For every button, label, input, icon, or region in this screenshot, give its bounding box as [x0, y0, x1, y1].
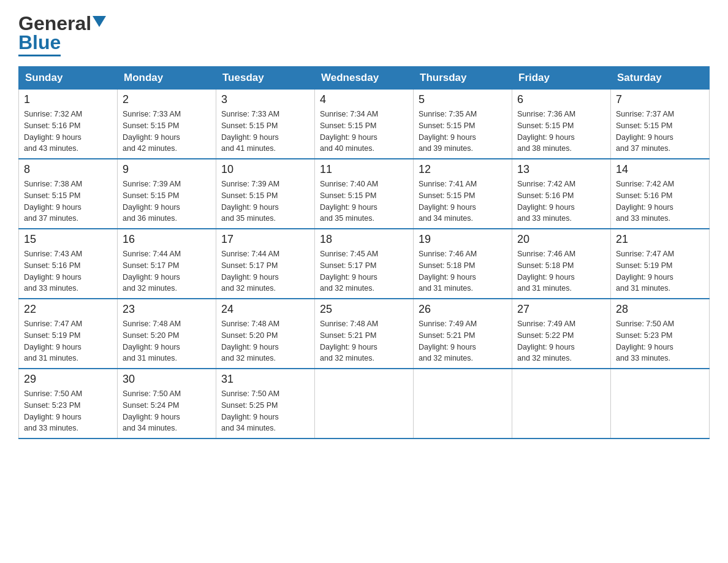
- day-number: 19: [419, 233, 507, 246]
- day-number: 20: [517, 233, 605, 246]
- day-number: 30: [123, 373, 211, 386]
- day-info: Sunrise: 7:39 AM Sunset: 5:15 PM Dayligh…: [221, 178, 309, 224]
- day-info: Sunrise: 7:45 AM Sunset: 5:17 PM Dayligh…: [320, 248, 408, 294]
- day-number: 5: [419, 93, 507, 106]
- logo: General Blue: [18, 12, 106, 56]
- day-info: Sunrise: 7:50 AM Sunset: 5:23 PM Dayligh…: [24, 388, 112, 434]
- day-cell: 12 Sunrise: 7:41 AM Sunset: 5:15 PM Dayl…: [414, 159, 512, 229]
- week-row-4: 22 Sunrise: 7:47 AM Sunset: 5:19 PM Dayl…: [19, 299, 710, 369]
- day-info: Sunrise: 7:32 AM Sunset: 5:16 PM Dayligh…: [24, 109, 112, 155]
- day-number: 8: [24, 163, 112, 176]
- day-info: Sunrise: 7:39 AM Sunset: 5:15 PM Dayligh…: [123, 178, 211, 224]
- day-number: 9: [123, 163, 211, 176]
- header-wednesday: Wednesday: [315, 67, 414, 90]
- day-info: Sunrise: 7:41 AM Sunset: 5:15 PM Dayligh…: [419, 178, 507, 224]
- day-info: Sunrise: 7:49 AM Sunset: 5:22 PM Dayligh…: [517, 318, 605, 364]
- day-cell: 23 Sunrise: 7:48 AM Sunset: 5:20 PM Dayl…: [118, 299, 216, 369]
- day-cell: 31 Sunrise: 7:50 AM Sunset: 5:25 PM Dayl…: [216, 369, 315, 439]
- day-number: 16: [123, 233, 211, 246]
- day-number: 17: [221, 233, 309, 246]
- day-cell: 5 Sunrise: 7:35 AM Sunset: 5:15 PM Dayli…: [414, 90, 512, 159]
- day-info: Sunrise: 7:47 AM Sunset: 5:19 PM Dayligh…: [616, 248, 704, 294]
- day-info: Sunrise: 7:40 AM Sunset: 5:15 PM Dayligh…: [320, 178, 408, 224]
- day-cell: 8 Sunrise: 7:38 AM Sunset: 5:15 PM Dayli…: [19, 159, 118, 229]
- day-number: 15: [24, 233, 112, 246]
- day-number: 12: [419, 163, 507, 176]
- header-sunday: Sunday: [19, 67, 118, 90]
- day-info: Sunrise: 7:38 AM Sunset: 5:15 PM Dayligh…: [24, 178, 112, 224]
- day-number: 2: [123, 93, 211, 106]
- day-number: 24: [221, 303, 309, 316]
- day-cell: 30 Sunrise: 7:50 AM Sunset: 5:24 PM Dayl…: [118, 369, 216, 439]
- day-info: Sunrise: 7:48 AM Sunset: 5:20 PM Dayligh…: [221, 318, 309, 364]
- day-number: 10: [221, 163, 309, 176]
- day-cell: [414, 369, 512, 439]
- day-cell: 29 Sunrise: 7:50 AM Sunset: 5:23 PM Dayl…: [19, 369, 118, 439]
- week-row-2: 8 Sunrise: 7:38 AM Sunset: 5:15 PM Dayli…: [19, 159, 710, 229]
- day-cell: 21 Sunrise: 7:47 AM Sunset: 5:19 PM Dayl…: [611, 229, 710, 299]
- day-number: 27: [517, 303, 605, 316]
- week-row-1: 1 Sunrise: 7:32 AM Sunset: 5:16 PM Dayli…: [19, 90, 710, 159]
- day-info: Sunrise: 7:44 AM Sunset: 5:17 PM Dayligh…: [221, 248, 309, 294]
- day-cell: 9 Sunrise: 7:39 AM Sunset: 5:15 PM Dayli…: [118, 159, 216, 229]
- calendar-table: SundayMondayTuesdayWednesdayThursdayFrid…: [18, 66, 710, 439]
- day-info: Sunrise: 7:36 AM Sunset: 5:15 PM Dayligh…: [517, 109, 605, 155]
- day-cell: 14 Sunrise: 7:42 AM Sunset: 5:16 PM Dayl…: [611, 159, 710, 229]
- day-cell: 17 Sunrise: 7:44 AM Sunset: 5:17 PM Dayl…: [216, 229, 315, 299]
- day-cell: 28 Sunrise: 7:50 AM Sunset: 5:23 PM Dayl…: [611, 299, 710, 369]
- day-info: Sunrise: 7:50 AM Sunset: 5:24 PM Dayligh…: [123, 388, 211, 434]
- header-saturday: Saturday: [611, 67, 710, 90]
- day-cell: 3 Sunrise: 7:33 AM Sunset: 5:15 PM Dayli…: [216, 90, 315, 159]
- day-cell: 10 Sunrise: 7:39 AM Sunset: 5:15 PM Dayl…: [216, 159, 315, 229]
- week-row-5: 29 Sunrise: 7:50 AM Sunset: 5:23 PM Dayl…: [19, 369, 710, 439]
- day-cell: [512, 369, 611, 439]
- day-cell: 26 Sunrise: 7:49 AM Sunset: 5:21 PM Dayl…: [414, 299, 512, 369]
- day-number: 11: [320, 163, 408, 176]
- day-number: 1: [24, 93, 112, 106]
- day-cell: 4 Sunrise: 7:34 AM Sunset: 5:15 PM Dayli…: [315, 90, 414, 159]
- day-cell: 22 Sunrise: 7:47 AM Sunset: 5:19 PM Dayl…: [19, 299, 118, 369]
- header-friday: Friday: [512, 67, 611, 90]
- day-number: 31: [221, 373, 309, 386]
- day-number: 26: [419, 303, 507, 316]
- day-info: Sunrise: 7:48 AM Sunset: 5:21 PM Dayligh…: [320, 318, 408, 364]
- day-cell: 25 Sunrise: 7:48 AM Sunset: 5:21 PM Dayl…: [315, 299, 414, 369]
- day-number: 29: [24, 373, 112, 386]
- day-info: Sunrise: 7:33 AM Sunset: 5:15 PM Dayligh…: [123, 109, 211, 155]
- day-info: Sunrise: 7:37 AM Sunset: 5:15 PM Dayligh…: [616, 109, 704, 155]
- day-number: 3: [221, 93, 309, 106]
- day-info: Sunrise: 7:43 AM Sunset: 5:16 PM Dayligh…: [24, 248, 112, 294]
- day-info: Sunrise: 7:35 AM Sunset: 5:15 PM Dayligh…: [419, 109, 507, 155]
- day-number: 28: [616, 303, 704, 316]
- day-info: Sunrise: 7:47 AM Sunset: 5:19 PM Dayligh…: [24, 318, 112, 364]
- header-thursday: Thursday: [414, 67, 512, 90]
- day-cell: 18 Sunrise: 7:45 AM Sunset: 5:17 PM Dayl…: [315, 229, 414, 299]
- logo-blue-text: Blue: [18, 31, 61, 54]
- day-info: Sunrise: 7:34 AM Sunset: 5:15 PM Dayligh…: [320, 109, 408, 155]
- day-info: Sunrise: 7:49 AM Sunset: 5:21 PM Dayligh…: [419, 318, 507, 364]
- day-cell: 1 Sunrise: 7:32 AM Sunset: 5:16 PM Dayli…: [19, 90, 118, 159]
- day-info: Sunrise: 7:42 AM Sunset: 5:16 PM Dayligh…: [517, 178, 605, 224]
- day-cell: 11 Sunrise: 7:40 AM Sunset: 5:15 PM Dayl…: [315, 159, 414, 229]
- calendar-header-row: SundayMondayTuesdayWednesdayThursdayFrid…: [19, 67, 710, 90]
- day-cell: 15 Sunrise: 7:43 AM Sunset: 5:16 PM Dayl…: [19, 229, 118, 299]
- day-cell: [611, 369, 710, 439]
- day-number: 21: [616, 233, 704, 246]
- day-cell: 16 Sunrise: 7:44 AM Sunset: 5:17 PM Dayl…: [118, 229, 216, 299]
- day-info: Sunrise: 7:42 AM Sunset: 5:16 PM Dayligh…: [616, 178, 704, 224]
- day-cell: 20 Sunrise: 7:46 AM Sunset: 5:18 PM Dayl…: [512, 229, 611, 299]
- page-header: General Blue: [18, 12, 710, 56]
- day-cell: [315, 369, 414, 439]
- day-cell: 13 Sunrise: 7:42 AM Sunset: 5:16 PM Dayl…: [512, 159, 611, 229]
- day-cell: 27 Sunrise: 7:49 AM Sunset: 5:22 PM Dayl…: [512, 299, 611, 369]
- day-cell: 24 Sunrise: 7:48 AM Sunset: 5:20 PM Dayl…: [216, 299, 315, 369]
- day-number: 23: [123, 303, 211, 316]
- day-cell: 7 Sunrise: 7:37 AM Sunset: 5:15 PM Dayli…: [611, 90, 710, 159]
- logo-triangle-icon: [93, 16, 106, 29]
- svg-marker-0: [93, 16, 106, 27]
- day-number: 6: [517, 93, 605, 106]
- day-info: Sunrise: 7:46 AM Sunset: 5:18 PM Dayligh…: [517, 248, 605, 294]
- day-info: Sunrise: 7:50 AM Sunset: 5:25 PM Dayligh…: [221, 388, 309, 434]
- day-info: Sunrise: 7:44 AM Sunset: 5:17 PM Dayligh…: [123, 248, 211, 294]
- header-monday: Monday: [118, 67, 216, 90]
